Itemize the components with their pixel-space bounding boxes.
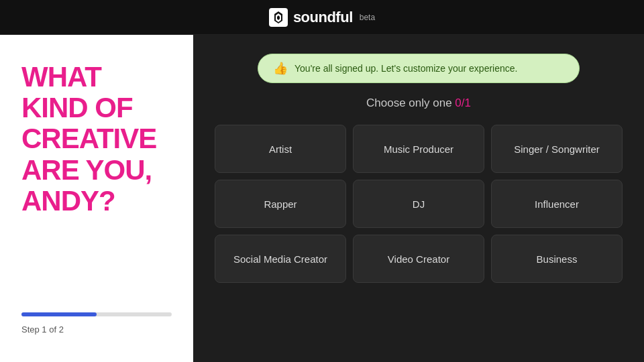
step-label: Step 1 of 2 [21,324,64,335]
option-label-business: Business [537,253,578,265]
option-card-video-creator[interactable]: Video Creator [353,235,484,283]
notification-text: You're all signed up. Let's customize yo… [294,63,517,74]
option-label-singer-songwriter: Singer / Songwriter [514,143,600,155]
header: soundful beta [0,0,644,35]
page-title: WHAT KIND OF CREATIVE ARE YOU, ANDY? [21,62,172,217]
option-card-influencer[interactable]: Influencer [491,180,623,228]
progress-bar-container [21,312,172,316]
option-card-singer-songwriter[interactable]: Singer / Songwriter [491,125,623,173]
option-label-video-creator: Video Creator [388,253,449,265]
options-grid: ArtistMusic ProducerSinger / SongwriterR… [215,125,623,283]
option-label-music-producer: Music Producer [384,143,453,155]
option-label-social-media-creator: Social Media Creator [233,253,327,265]
step-section: Step 1 of 2 [21,312,172,335]
option-label-influencer: Influencer [535,198,579,210]
thumbs-up-icon: 👍 [273,61,288,76]
option-label-dj: DJ [413,198,425,210]
left-panel: WHAT KIND OF CREATIVE ARE YOU, ANDY? Ste… [0,35,193,362]
option-card-music-producer[interactable]: Music Producer [353,125,484,173]
right-panel: 👍 You're all signed up. Let's customize … [193,35,644,362]
count-badge: 0/1 [455,97,471,109]
notification-banner: 👍 You're all signed up. Let's customize … [258,54,580,83]
main-layout: WHAT KIND OF CREATIVE ARE YOU, ANDY? Ste… [0,35,644,362]
logo: soundful beta [269,8,375,27]
option-label-rapper: Rapper [264,198,297,210]
option-label-artist: Artist [269,143,292,155]
beta-badge: beta [360,13,375,22]
option-card-business[interactable]: Business [491,235,623,283]
progress-bar-fill [21,312,97,316]
choose-label: Choose only one 0/1 [366,97,471,110]
option-card-artist[interactable]: Artist [215,125,346,173]
option-card-dj[interactable]: DJ [353,180,484,228]
option-card-social-media-creator[interactable]: Social Media Creator [215,235,346,283]
option-card-rapper[interactable]: Rapper [215,180,346,228]
logo-text: soundful [293,9,353,26]
soundful-logo-icon [269,8,288,27]
